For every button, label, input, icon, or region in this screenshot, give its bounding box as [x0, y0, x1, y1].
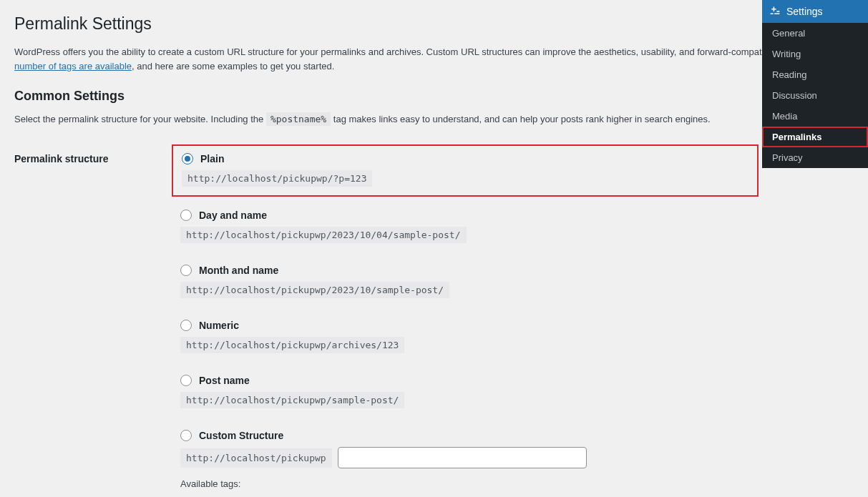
- permalink-option-url: http://localhost/pickupwp/2023/10/sample…: [180, 282, 449, 298]
- sidebar-item-privacy[interactable]: Privacy: [762, 147, 868, 168]
- permalink-radio-post-name[interactable]: [180, 375, 192, 386]
- custom-url-prefix: http://localhost/pickupwp: [180, 448, 332, 468]
- sidebar-header-settings[interactable]: Settings: [762, 0, 868, 23]
- permalink-structure-label: Permalink structure: [14, 144, 172, 164]
- sidebar-item-writing[interactable]: Writing: [762, 44, 868, 64]
- permalink-option-label: Numeric: [199, 320, 239, 331]
- sidebar-header-label: Settings: [786, 6, 823, 17]
- sidebar-item-general[interactable]: General: [762, 23, 868, 44]
- permalink-option-url: http://localhost/pickupwp/sample-post/: [180, 392, 404, 408]
- sidebar-item-discussion[interactable]: Discussion: [762, 85, 868, 106]
- common-settings-heading: Common Settings: [14, 89, 854, 104]
- permalink-option-url: http://localhost/pickupwp/archives/123: [180, 337, 404, 353]
- sidebar-item-media[interactable]: Media: [762, 106, 868, 127]
- permalink-option-plain: Plainhttp://localhost/pickupwp/?p=123: [172, 144, 759, 197]
- permalink-option-post-name: Post namehttp://localhost/pickupwp/sampl…: [172, 368, 759, 417]
- permalink-radio-day-and-name[interactable]: [180, 210, 192, 221]
- settings-sidebar: Settings GeneralWritingReadingDiscussion…: [762, 0, 868, 168]
- permalink-option-label: Day and name: [199, 210, 267, 221]
- page-title: Permalink Settings: [14, 14, 854, 34]
- permalink-option-label: Plain: [200, 153, 224, 164]
- permalink-radio-custom-structure[interactable]: [180, 430, 192, 441]
- permalink-option-url: http://localhost/pickupwp/2023/10/04/sam…: [180, 227, 467, 243]
- permalink-option-month-and-name: Month and namehttp://localhost/pickupwp/…: [172, 257, 759, 307]
- permalink-option-label: Custom Structure: [199, 430, 283, 441]
- permalink-option-numeric: Numerichttp://localhost/pickupwp/archive…: [172, 313, 759, 362]
- permalink-option-label: Post name: [199, 375, 250, 386]
- tags-available-link[interactable]: number of tags are available: [14, 61, 132, 72]
- permalink-option-url: http://localhost/pickupwp/?p=123: [182, 170, 372, 187]
- sidebar-item-permalinks[interactable]: Permalinks: [762, 127, 868, 147]
- settings-icon: [769, 6, 781, 17]
- permalink-option-label: Month and name: [199, 265, 278, 276]
- postname-tag-inline: %postname%: [266, 112, 331, 126]
- permalink-radio-numeric[interactable]: [180, 320, 192, 331]
- available-tags-label: Available tags:: [180, 478, 750, 489]
- section-desc-before: Select the permalink structure for your …: [14, 114, 266, 124]
- section-desc-after: tag makes links easy to understand, and …: [333, 114, 711, 124]
- permalink-radio-month-and-name[interactable]: [180, 265, 192, 276]
- permalink-radio-plain[interactable]: [182, 153, 193, 164]
- sidebar-item-reading[interactable]: Reading: [762, 64, 868, 85]
- permalink-option-custom-structure: Custom Structurehttp://localhost/pickupw…: [172, 423, 759, 497]
- intro-text: WordPress offers you the ability to crea…: [14, 46, 769, 57]
- intro-after: , and here are some examples to get you …: [132, 61, 334, 72]
- custom-structure-input[interactable]: [338, 447, 587, 468]
- permalink-option-day-and-name: Day and namehttp://localhost/pickupwp/20…: [172, 202, 759, 252]
